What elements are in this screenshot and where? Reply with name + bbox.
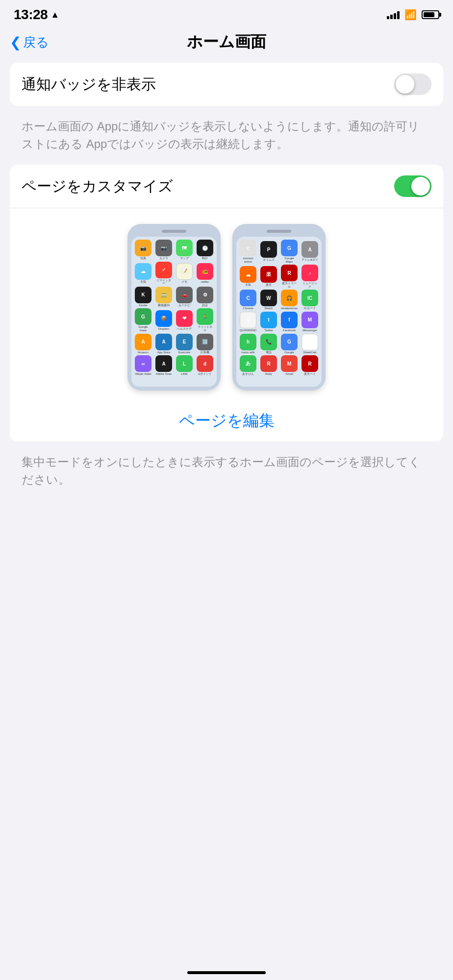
status-time: 13:28 [14, 7, 48, 23]
app-icon: 📝 [176, 263, 193, 280]
app-cell: R楽天ペイ [302, 355, 318, 376]
app-cell: Aアトレ&ダイ [302, 241, 318, 262]
app-row: cconnect antion Pタイムズ GGoogle Maps Aアトレ&… [238, 240, 320, 263]
app-cell: Pタイムズ [260, 241, 277, 262]
chevron-left-icon: ❮ [10, 34, 21, 50]
app-cell: 🏃フィットネス [197, 308, 213, 332]
signal-icon [387, 10, 400, 19]
app-cell: KKindle [135, 287, 151, 307]
app-row: hhonto with 📞電話 GGoogle SSheetCalc [238, 334, 320, 354]
customize-toggle[interactable] [394, 175, 431, 197]
app-cell: ああすけん [240, 355, 256, 376]
app-cell: GGoogle [281, 334, 298, 354]
phone-screen-2: cconnect antion Pタイムズ GGoogle Maps Aアトレ&… [236, 237, 322, 387]
app-cell: ☁天気 [135, 263, 151, 284]
badge-setting-card: 通知バッジを非表示 [10, 63, 443, 106]
app-cell: ⚙設定 [197, 287, 213, 307]
back-button[interactable]: ❮ 戻る [10, 34, 49, 51]
app-icon: ☁ [240, 266, 256, 283]
app-cell: 🗺マップ [176, 240, 193, 260]
app-cell: MMessenger [302, 312, 318, 332]
app-icon: 📞 [260, 334, 277, 350]
app-icon: L [176, 355, 193, 372]
home-indicator [187, 971, 266, 974]
phone-notch-2 [267, 230, 291, 233]
app-cell: AApp Store [155, 334, 172, 354]
app-cell: ☁天気 [240, 266, 256, 287]
app-cell: SSheetCalc [302, 334, 318, 354]
badge-toggle[interactable] [394, 74, 431, 95]
app-icon: 📷 [135, 240, 151, 256]
app-row: QQUADERNO tTwitter fFacebook MMessenger [238, 312, 320, 332]
app-icon: M [281, 355, 298, 372]
app-icon: Q [240, 312, 256, 328]
app-icon: R [281, 265, 298, 281]
app-icon: A [155, 355, 172, 372]
app-row: ☁天気 ✓リマインダー 📝メモ 📻radiko [133, 262, 215, 285]
app-cell: R楽天トラベル [281, 265, 298, 288]
app-icon: A [135, 334, 151, 350]
phone-screen-1: 📷写真 📷カメラ 🗺マップ 🕐時計 ☁天気 ✓リマインダー 📝メモ 📻radik… [131, 237, 217, 387]
app-cell: 📷カメラ [155, 240, 172, 260]
app-icon: ♪ [302, 265, 318, 281]
app-row: ☁天気 楽楽天 R楽天トラベル ♪ミュージック [238, 265, 320, 288]
app-icon: M [302, 312, 318, 328]
app-cell: ∞Weple Habit [135, 355, 151, 376]
wifi-icon: 📶 [404, 9, 417, 21]
app-cell: WWatch [260, 290, 277, 310]
back-label: 戻る [23, 34, 49, 51]
app-icon: 📻 [197, 263, 213, 280]
page-title: ホーム画面 [187, 31, 266, 53]
app-cell: ddポイント [197, 355, 213, 376]
app-icon: ☁ [135, 263, 151, 280]
app-icon: 楽 [260, 266, 277, 283]
badge-setting-row: 通知バッジを非表示 [10, 63, 443, 106]
app-icon: h [240, 334, 256, 350]
app-cell: ❤ヘルスケア [176, 310, 193, 331]
app-icon: ⚙ [197, 287, 213, 303]
app-icon: ✓ [155, 262, 172, 278]
app-cell: 楽楽天 [260, 266, 277, 287]
app-icon: 🚗 [176, 287, 193, 303]
app-icon: K [135, 287, 151, 303]
app-icon: A [302, 241, 318, 258]
app-icon: ∞ [135, 355, 151, 372]
app-icon: W [260, 290, 277, 306]
app-cell: LLINE [176, 355, 193, 376]
app-cell: CChrome [240, 290, 256, 310]
app-icon: ❤ [176, 310, 193, 327]
app-cell: ♪ミュージック [302, 265, 318, 288]
app-cell: 📷写真 [135, 240, 151, 260]
battery-icon [422, 10, 439, 19]
app-icon: 🎧 [281, 290, 298, 306]
app-cell: MGmail [281, 355, 298, 376]
nav-bar: ❮ 戻る ホーム画面 [0, 26, 453, 63]
app-cell: 🔢計算機 [197, 334, 213, 354]
badge-label: 通知バッジを非表示 [22, 74, 156, 95]
edit-pages-button[interactable]: ページを編集 [10, 400, 443, 441]
phone-previews: 📷写真 📷カメラ 🗺マップ 🕐時計 ☁天気 ✓リマインダー 📝メモ 📻radik… [10, 208, 443, 400]
app-cell: 📦Dropbox [155, 310, 172, 331]
app-cell: tTwitter [260, 312, 277, 332]
app-cell: 📻radiko [197, 263, 213, 284]
app-icon: c [240, 240, 256, 256]
app-row: GGoogle Keep 📦Dropbox ❤ヘルスケア 🏃フィットネス [133, 308, 215, 332]
app-icon: 🏃 [197, 308, 213, 325]
app-icon: S [302, 334, 318, 350]
status-icons: 📶 [387, 9, 439, 21]
app-cell: AAmazon [135, 334, 151, 354]
app-icon: あ [240, 355, 256, 372]
phone-preview-2: cconnect antion Pタイムズ GGoogle Maps Aアトレ&… [232, 224, 326, 391]
app-cell: ✓リマインダー [155, 262, 172, 285]
app-cell: QQUADERNO [240, 312, 256, 332]
app-icon: R [302, 355, 318, 372]
app-icon: P [260, 241, 277, 258]
app-icon: A [155, 334, 172, 350]
app-icon: C [240, 290, 256, 306]
app-icon: 📦 [155, 310, 172, 327]
app-row: KKindle 🚃乗換案内 🚗カーナビ ⚙設定 [133, 287, 215, 307]
app-row: ∞Weple Habit AAdobe Scan LLINE ddポイント [133, 355, 215, 376]
app-cell: fFacebook [281, 312, 298, 332]
customize-setting-row: ページをカスタマイズ [10, 165, 443, 208]
badge-description: ホーム画面の Appに通知バッジを表示しないようにします。通知の許可リストにある… [10, 112, 443, 165]
